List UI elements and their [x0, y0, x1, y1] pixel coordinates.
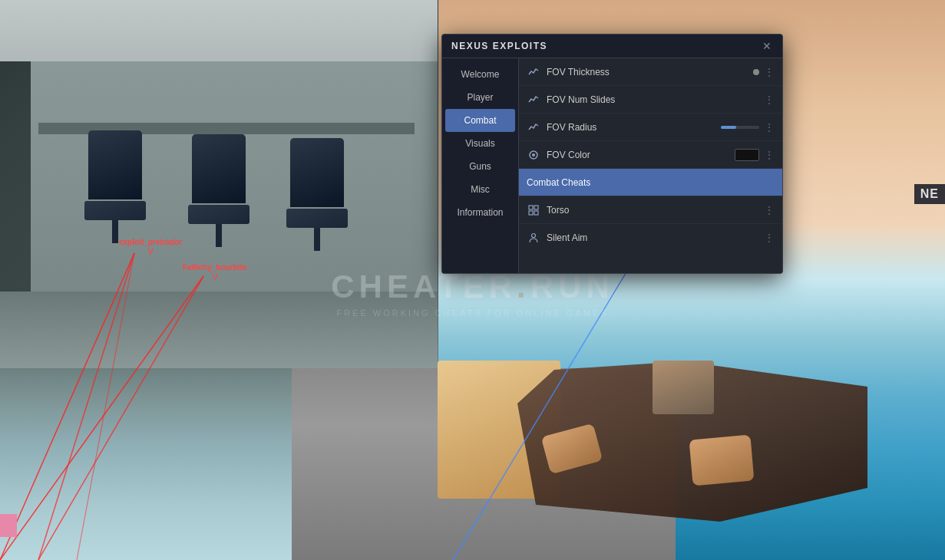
silent-aim-dots[interactable]: ⋮ — [764, 232, 775, 244]
row-fov-num-slides: FOV Num Slides ⋮ — [519, 86, 782, 114]
fov-thickness-dots[interactable]: ⋮ — [764, 66, 775, 78]
nav-item-visuals[interactable]: Visuals — [442, 132, 518, 155]
window-body: Welcome Player Combat Visuals Guns Misc … — [442, 58, 782, 273]
silent-aim-label: Silent Aim — [547, 232, 759, 243]
nav-sidebar: Welcome Player Combat Visuals Guns Misc … — [442, 58, 519, 273]
row-combat-cheats[interactable]: Combat Cheats — [519, 169, 782, 196]
chair-1 — [77, 130, 154, 245]
palette-icon-fov-color — [527, 148, 540, 162]
nav-item-player[interactable]: Player — [442, 86, 518, 109]
svg-rect-8 — [529, 206, 533, 209]
nav-item-combat[interactable]: Combat — [445, 109, 515, 132]
chart-icon-fov-radius — [527, 120, 540, 134]
row-fov-thickness: FOV Thickness ⋮ — [519, 58, 782, 86]
grid-icon-torso — [527, 203, 540, 217]
toggle-dot-fov-thickness — [753, 69, 759, 75]
torso-dots[interactable]: ⋮ — [764, 204, 775, 216]
svg-rect-11 — [534, 211, 538, 215]
fov-color-control[interactable] — [735, 149, 759, 161]
fov-radius-control[interactable] — [721, 126, 759, 129]
fov-radius-label: FOV Radius — [547, 122, 721, 133]
row-fov-color: FOV Color ⋮ — [519, 141, 782, 169]
fov-radius-fill — [721, 126, 736, 129]
svg-point-7 — [532, 153, 535, 156]
nav-item-welcome[interactable]: Welcome — [442, 63, 518, 86]
torso-label: Torso — [547, 205, 759, 216]
nexus-window: NEXUS EXPLOITS ✕ Welcome Player Combat V… — [441, 34, 783, 274]
svg-point-12 — [532, 234, 536, 238]
player-1-label: exploit_pretrador V — [119, 238, 182, 257]
pink-square-indicator — [0, 514, 17, 537]
fov-thickness-label: FOV Thickness — [547, 67, 753, 77]
svg-rect-10 — [529, 211, 533, 215]
row-fov-radius: FOV Radius ⋮ — [519, 114, 782, 141]
ceiling — [0, 0, 438, 61]
person-icon-silent-aim — [527, 231, 540, 245]
fov-radius-dots[interactable]: ⋮ — [764, 121, 775, 133]
chart-icon-fov-thickness — [527, 65, 540, 79]
nav-item-guns[interactable]: Guns — [442, 155, 518, 178]
fov-radius-slider[interactable] — [721, 126, 759, 129]
combat-cheats-label: Combat Cheats — [527, 177, 775, 188]
player-2-label: Fatlichy_bourbito V — [183, 263, 247, 282]
window-title: NEXUS EXPLOITS — [451, 41, 547, 51]
row-silent-aim: Silent Aim ⋮ — [519, 224, 782, 252]
chair-2 — [184, 134, 253, 242]
fov-color-dots[interactable]: ⋮ — [764, 149, 775, 161]
floor — [0, 292, 438, 368]
fov-color-label: FOV Color — [547, 150, 735, 160]
fov-num-slides-dots[interactable]: ⋮ — [764, 94, 775, 106]
close-button[interactable]: ✕ — [761, 41, 773, 51]
row-torso: Torso ⋮ — [519, 196, 782, 224]
svg-rect-9 — [534, 206, 538, 209]
content-panel: FOV Thickness ⋮ FOV Num Slides ⋮ FOV — [519, 58, 782, 273]
bridge — [292, 368, 676, 560]
fov-color-swatch[interactable] — [735, 149, 759, 161]
nav-item-information[interactable]: Information — [442, 201, 518, 224]
window-titlebar: NEXUS EXPLOITS ✕ — [442, 35, 782, 58]
nexus-corner-label: NE — [914, 184, 945, 204]
chart-icon-fov-num-slides — [527, 93, 540, 107]
fov-num-slides-label: FOV Num Slides — [547, 94, 759, 105]
chair-3 — [284, 138, 349, 238]
fov-thickness-control[interactable] — [753, 69, 759, 75]
nav-item-misc[interactable]: Misc — [442, 178, 518, 201]
